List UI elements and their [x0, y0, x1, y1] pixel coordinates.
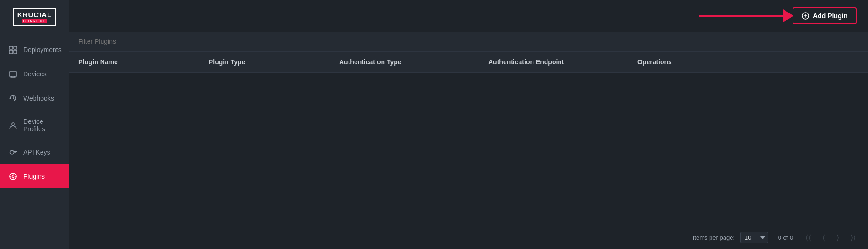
svg-point-6	[12, 123, 14, 126]
sidebar-item-devices-label: Devices	[23, 70, 47, 78]
webhooks-icon	[8, 94, 18, 103]
table-body	[69, 73, 868, 128]
brand-sub: CONNECT	[22, 19, 48, 23]
main-content: Add Plugin Plugin Name Plugin Type Authe…	[69, 0, 868, 249]
logo: KRUCIAL CONNECT	[0, 0, 69, 34]
device-profiles-icon	[8, 121, 18, 130]
arrow-line	[699, 15, 783, 17]
col-auth-type: Authentication Type	[339, 58, 488, 66]
plugins-table: Plugin Name Plugin Type Authentication T…	[69, 52, 868, 226]
svg-rect-0	[9, 46, 13, 49]
add-plugin-label: Add Plugin	[813, 12, 847, 20]
sidebar-item-api-keys-label: API Keys	[23, 148, 50, 156]
sidebar-item-device-profiles[interactable]: Device Profiles	[0, 110, 69, 140]
page-count: 0 of 0	[774, 234, 797, 241]
sidebar-item-webhooks-label: Webhooks	[23, 94, 54, 102]
first-page-button[interactable]: ⟨⟨	[803, 232, 814, 243]
sidebar-item-api-keys[interactable]: API Keys	[0, 140, 69, 164]
table-header: Plugin Name Plugin Type Authentication T…	[69, 52, 868, 73]
plugins-icon	[8, 172, 18, 181]
svg-point-7	[10, 150, 14, 154]
arrow-head	[783, 9, 793, 22]
plus-circle-icon	[802, 12, 809, 20]
filter-plugins-input[interactable]	[78, 38, 859, 45]
devices-icon	[8, 69, 18, 79]
top-bar: Add Plugin	[69, 0, 868, 32]
svg-rect-4	[9, 72, 17, 76]
svg-rect-1	[14, 46, 17, 49]
items-per-page-label: Items per page:	[693, 234, 735, 241]
prev-page-button[interactable]: ⟨	[820, 232, 828, 243]
sidebar-item-plugins[interactable]: Plugins	[0, 164, 69, 188]
api-keys-icon	[8, 148, 18, 157]
sidebar-nav: Deployments Devices Webhooks	[0, 38, 69, 249]
col-plugin-name: Plugin Name	[78, 58, 209, 66]
sidebar-item-webhooks[interactable]: Webhooks	[0, 86, 69, 110]
filter-bar	[69, 32, 868, 52]
col-auth-endpoint: Authentication Endpoint	[488, 58, 637, 66]
svg-rect-2	[9, 50, 13, 54]
deployments-icon	[8, 45, 18, 54]
add-plugin-button[interactable]: Add Plugin	[793, 7, 857, 24]
svg-point-5	[10, 98, 11, 99]
col-plugin-type: Plugin Type	[209, 58, 339, 66]
sidebar-item-devices[interactable]: Devices	[0, 62, 69, 86]
sidebar-item-plugins-label: Plugins	[23, 173, 45, 180]
sidebar-item-deployments-label: Deployments	[23, 46, 62, 54]
col-operations: Operations	[637, 58, 859, 66]
arrow-annotation	[699, 9, 793, 22]
sidebar-item-deployments[interactable]: Deployments	[0, 38, 69, 62]
pagination-bar: Items per page: 10 5 25 50 0 of 0 ⟨⟨ ⟨ ⟩…	[69, 226, 868, 249]
brand-name: KRUCIAL	[17, 11, 52, 18]
sidebar-item-device-profiles-label: Device Profiles	[23, 118, 61, 133]
svg-rect-3	[14, 50, 17, 54]
last-page-button[interactable]: ⟩⟩	[847, 232, 859, 243]
next-page-button[interactable]: ⟩	[834, 232, 842, 243]
sidebar: KRUCIAL CONNECT Deployments	[0, 0, 69, 249]
svg-point-9	[12, 175, 14, 178]
items-per-page-select[interactable]: 10 5 25 50	[740, 232, 768, 243]
